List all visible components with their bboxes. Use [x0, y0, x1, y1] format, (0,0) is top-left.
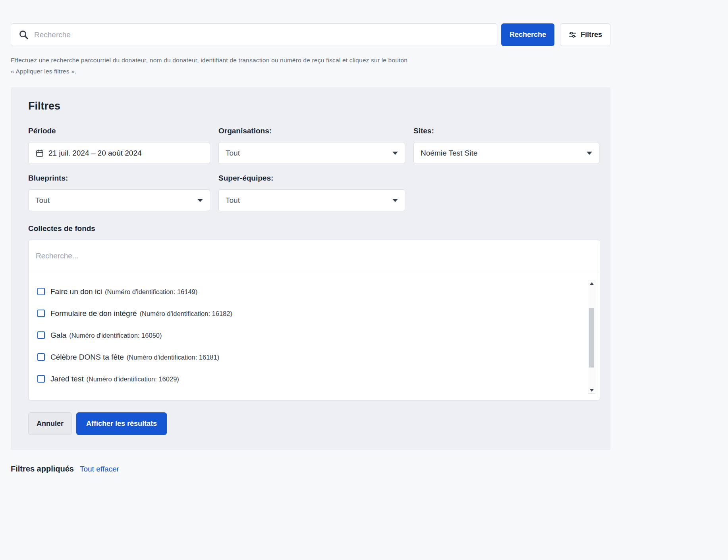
chevron-down-icon: [197, 199, 203, 202]
periode-label: Période: [28, 127, 210, 135]
search-helper-text: Effectuez une recherche parcourriel du d…: [11, 55, 717, 77]
checkbox-unchecked[interactable]: [37, 375, 45, 383]
fundraiser-name: Formulaire de don intégré: [50, 309, 137, 318]
filter-grid-row1: Période 21 juil. 2024 – 20 août 2024 Org…: [28, 127, 593, 174]
date-range-value: 21 juil. 2024 – 20 août 2024: [48, 149, 142, 158]
filters-button-label: Filtres: [581, 31, 602, 39]
field-periode: Période 21 juil. 2024 – 20 août 2024: [28, 127, 210, 164]
panel-actions: Annuler Afficher les résultats: [28, 412, 593, 435]
scrollbar[interactable]: [588, 280, 595, 394]
checkbox-unchecked[interactable]: [37, 331, 45, 339]
organisations-label: Organisations:: [218, 127, 405, 135]
fundraisers-label: Collectes de fonds: [28, 224, 593, 233]
filters-button[interactable]: Filtres: [560, 23, 610, 46]
chevron-down-icon: [392, 199, 398, 202]
filters-panel: Filtres Période 21 juil. 2024 – 20 août …: [11, 87, 610, 450]
super-equipes-value: Tout: [226, 196, 240, 205]
clear-all-link[interactable]: Tout effacer: [80, 465, 119, 473]
search-helper-line1: Effectuez une recherche parcourriel du d…: [11, 55, 717, 66]
scrollbar-thumb[interactable]: [589, 308, 594, 368]
chevron-down-icon: [587, 152, 592, 155]
fundraisers-listbox: Faire un don ici(Numéro d'identification…: [28, 240, 600, 400]
list-item[interactable]: Faire un don ici(Numéro d'identification…: [37, 281, 600, 302]
fundraiser-id: (Numéro d'identification: 16181): [127, 354, 219, 361]
sites-label: Sites:: [413, 127, 599, 135]
fundraiser-name: Faire un don ici: [50, 287, 102, 296]
list-item[interactable]: Jared test(Numéro d'identification: 1602…: [37, 368, 600, 390]
list-item-text: Faire un don ici(Numéro d'identification…: [50, 287, 197, 296]
filters-panel-title: Filtres: [28, 100, 593, 112]
fundraisers-search-box[interactable]: [29, 240, 600, 272]
fundraisers-search-input[interactable]: [36, 252, 537, 260]
list-item-text: Formulaire de don intégré(Numéro d'ident…: [50, 309, 232, 318]
list-item-text: Gala(Numéro d'identification: 16050): [50, 331, 162, 340]
checkbox-unchecked[interactable]: [37, 288, 45, 295]
blueprints-value: Tout: [35, 196, 50, 205]
apply-results-button[interactable]: Afficher les résultats: [76, 412, 167, 435]
list-item[interactable]: Gala(Numéro d'identification: 16050): [37, 324, 600, 346]
search-box[interactable]: [11, 23, 497, 46]
scrollbar-up-arrow-icon[interactable]: [588, 280, 595, 287]
checkbox-unchecked[interactable]: [37, 353, 45, 361]
applied-filters-label: Filtres appliqués: [11, 464, 74, 473]
date-range-picker[interactable]: 21 juil. 2024 – 20 août 2024: [28, 142, 210, 164]
field-sites: Sites: Noémie Test Site: [413, 127, 599, 164]
sites-select[interactable]: Noémie Test Site: [413, 142, 599, 164]
cancel-button[interactable]: Annuler: [28, 412, 72, 435]
field-organisations: Organisations: Tout: [218, 127, 405, 164]
list-item[interactable]: Formulaire de don intégré(Numéro d'ident…: [37, 302, 600, 324]
scrollbar-down-arrow-icon[interactable]: [588, 387, 595, 393]
fundraiser-id: (Numéro d'identification: 16149): [105, 288, 197, 295]
sliders-icon: [568, 31, 577, 39]
fundraiser-name: Célèbre DONS ta fête: [50, 353, 124, 361]
filter-grid-row2: Blueprints: Tout Super-équipes: Tout: [28, 174, 593, 221]
super-equipes-label: Super-équipes:: [218, 174, 405, 183]
fundraiser-id: (Numéro d'identification: 16050): [69, 332, 162, 339]
blueprints-label: Blueprints:: [28, 174, 210, 183]
field-blueprints: Blueprints: Tout: [28, 174, 210, 211]
checkbox-unchecked[interactable]: [37, 310, 45, 317]
fundraisers-list: Faire un don ici(Numéro d'identification…: [29, 272, 600, 390]
fundraiser-id: (Numéro d'identification: 16182): [140, 310, 232, 317]
sites-value: Noémie Test Site: [421, 149, 477, 158]
search-button[interactable]: Recherche: [501, 23, 554, 46]
calendar-icon: [35, 149, 44, 158]
organisations-value: Tout: [226, 149, 240, 158]
super-equipes-select[interactable]: Tout: [218, 189, 405, 211]
fundraiser-name: Jared test: [50, 375, 83, 383]
list-item-text: Jared test(Numéro d'identification: 1602…: [50, 375, 179, 383]
blueprints-select[interactable]: Tout: [28, 189, 210, 211]
top-search-row: Recherche Filtres: [0, 0, 728, 46]
list-item[interactable]: Célèbre DONS ta fête(Numéro d'identifica…: [37, 346, 600, 368]
applied-filters-footer: Filtres appliqués Tout effacer: [11, 464, 717, 485]
organisations-select[interactable]: Tout: [218, 142, 405, 164]
search-input[interactable]: [34, 31, 490, 39]
chevron-down-icon: [392, 152, 398, 155]
fundraiser-id: (Numéro d'identification: 16029): [86, 375, 179, 383]
fundraiser-name: Gala: [50, 331, 66, 339]
search-icon: [18, 29, 29, 40]
field-super-equipes: Super-équipes: Tout: [218, 174, 405, 211]
search-helper-line2: « Appliquer les filtres ».: [11, 66, 717, 77]
list-item-text: Célèbre DONS ta fête(Numéro d'identifica…: [50, 353, 219, 362]
